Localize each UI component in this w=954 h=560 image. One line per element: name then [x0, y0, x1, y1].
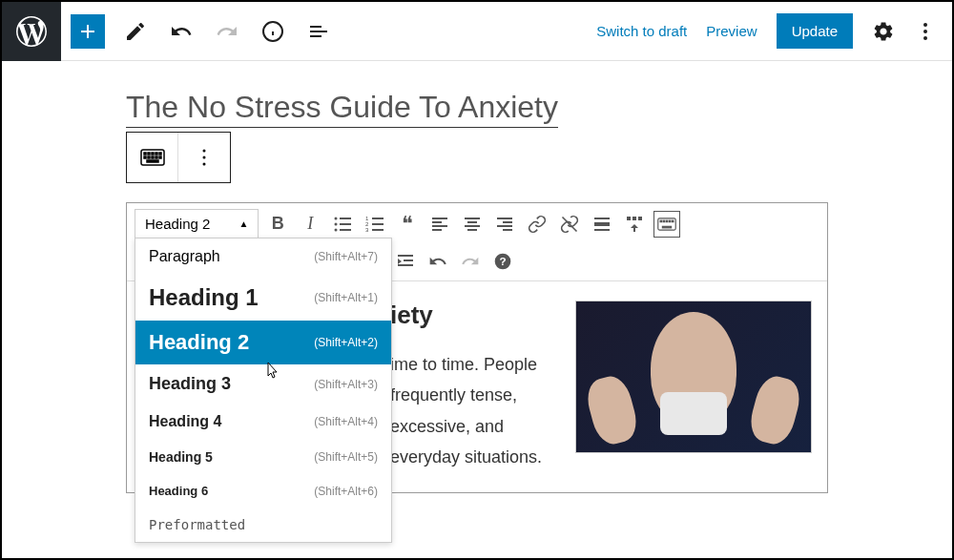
format-option-label: Heading 5: [149, 449, 213, 465]
svg-point-4: [923, 30, 927, 33]
help-button[interactable]: ?: [489, 248, 516, 275]
svg-rect-26: [340, 229, 351, 231]
format-option-label: Paragraph: [149, 248, 220, 265]
svg-rect-41: [497, 218, 512, 219]
format-option-shortcut: (Shift+Alt+7): [314, 250, 378, 263]
svg-text:?: ?: [499, 255, 506, 267]
format-option-heading-5[interactable]: Heading 5(Shift+Alt+5): [135, 440, 391, 474]
svg-rect-60: [404, 259, 413, 261]
svg-rect-46: [594, 218, 610, 219]
svg-rect-8: [148, 153, 150, 155]
svg-rect-33: [432, 218, 447, 219]
keyboard-toggle-button[interactable]: [653, 211, 680, 238]
svg-rect-44: [503, 229, 512, 231]
format-option-shortcut: (Shift+Alt+1): [314, 291, 378, 304]
edit-icon[interactable]: [124, 20, 147, 43]
info-icon[interactable]: [261, 20, 284, 43]
settings-icon[interactable]: [872, 20, 895, 43]
preview-button[interactable]: Preview: [706, 23, 757, 39]
block-more-icon[interactable]: [178, 133, 230, 182]
svg-rect-16: [159, 156, 161, 158]
format-option-label: Heading 4: [149, 413, 221, 430]
svg-rect-9: [152, 153, 154, 155]
svg-rect-59: [398, 255, 413, 257]
numbered-list-button[interactable]: 123: [362, 211, 388, 238]
format-option-heading-6[interactable]: Heading 6(Shift+Alt+6): [135, 474, 391, 508]
svg-point-21: [335, 217, 338, 219]
classic-editor-block: Heading 2 ▲ Paragraph(Shift+Alt+7)Headin…: [126, 202, 828, 493]
format-option-heading-1[interactable]: Heading 1(Shift+Alt+1): [135, 275, 391, 321]
bullet-list-button[interactable]: [329, 211, 356, 238]
toolbar-toggle-button[interactable]: [621, 211, 648, 238]
svg-rect-39: [465, 225, 480, 227]
content-image[interactable]: [575, 301, 812, 453]
redo-button[interactable]: [457, 248, 484, 275]
tinymce-toolbar: Heading 2 ▲ Paragraph(Shift+Alt+7)Headin…: [127, 203, 827, 281]
format-dropdown: Paragraph(Shift+Alt+7)Heading 1(Shift+Al…: [135, 238, 392, 543]
svg-rect-51: [638, 217, 642, 220]
align-left-button[interactable]: [426, 211, 453, 238]
unlink-button[interactable]: [556, 211, 583, 238]
svg-rect-17: [147, 160, 158, 162]
svg-rect-7: [144, 153, 146, 155]
format-option-label: Heading 1: [149, 284, 259, 311]
align-right-button[interactable]: [491, 211, 518, 238]
update-button[interactable]: Update: [777, 13, 853, 49]
svg-rect-10: [156, 153, 157, 155]
format-option-heading-2[interactable]: Heading 2(Shift+Alt+2): [135, 321, 391, 364]
bold-button[interactable]: B: [264, 211, 291, 238]
svg-point-19: [203, 156, 206, 159]
svg-point-3: [923, 23, 927, 27]
post-title[interactable]: The No Stress Guide To Anxiety: [126, 90, 558, 128]
svg-rect-57: [673, 220, 674, 222]
more-menu-icon[interactable]: [914, 20, 937, 43]
svg-rect-36: [432, 229, 442, 231]
format-option-label: Heading 6: [149, 484, 208, 498]
format-select-label: Heading 2: [145, 216, 210, 232]
svg-point-20: [203, 163, 206, 166]
align-center-button[interactable]: [459, 211, 486, 238]
format-option-label: Heading 3: [149, 374, 231, 394]
format-option-paragraph[interactable]: Paragraph(Shift+Alt+7): [135, 239, 391, 275]
format-option-shortcut: (Shift+Alt+6): [314, 485, 378, 498]
undo-button[interactable]: [425, 248, 451, 275]
format-option-heading-4[interactable]: Heading 4(Shift+Alt+4): [135, 404, 391, 440]
svg-rect-30: [372, 223, 384, 225]
svg-rect-22: [340, 218, 351, 219]
svg-rect-24: [340, 223, 351, 225]
svg-rect-13: [148, 156, 150, 158]
format-option-label: Heading 2: [149, 330, 249, 355]
link-button[interactable]: [524, 211, 550, 238]
svg-rect-58: [663, 226, 672, 228]
svg-point-25: [335, 228, 338, 231]
undo-icon[interactable]: [170, 20, 193, 43]
keyboard-icon[interactable]: [127, 133, 178, 182]
content-heading[interactable]: iety: [390, 301, 556, 330]
svg-rect-14: [152, 156, 154, 158]
quote-button[interactable]: ❝: [394, 211, 421, 238]
indent-button[interactable]: [392, 248, 419, 275]
insert-more-button[interactable]: [589, 211, 615, 238]
wordpress-logo[interactable]: [2, 2, 61, 61]
svg-rect-50: [633, 217, 636, 220]
svg-point-23: [335, 222, 338, 225]
format-option-preformatted[interactable]: Preformatted: [135, 508, 391, 542]
svg-rect-12: [144, 156, 146, 158]
content-paragraph[interactable]: ime to time. People frequently tense, ex…: [390, 349, 556, 473]
svg-text:3: 3: [365, 227, 369, 233]
add-block-button[interactable]: [71, 14, 105, 49]
format-option-shortcut: (Shift+Alt+2): [314, 336, 378, 349]
block-toolbar: [126, 132, 231, 183]
svg-rect-47: [594, 222, 610, 226]
switch-to-draft-button[interactable]: Switch to draft: [596, 23, 687, 39]
format-select[interactable]: Heading 2 ▲ Paragraph(Shift+Alt+7)Headin…: [135, 209, 259, 239]
svg-point-5: [923, 36, 927, 40]
svg-rect-15: [156, 156, 157, 158]
svg-rect-49: [627, 217, 631, 220]
format-option-heading-3[interactable]: Heading 3(Shift+Alt+3): [135, 364, 391, 404]
outline-icon[interactable]: [307, 20, 330, 43]
svg-rect-48: [594, 229, 610, 231]
svg-point-18: [203, 150, 206, 153]
italic-button[interactable]: I: [297, 211, 323, 238]
format-option-shortcut: (Shift+Alt+5): [314, 450, 378, 464]
